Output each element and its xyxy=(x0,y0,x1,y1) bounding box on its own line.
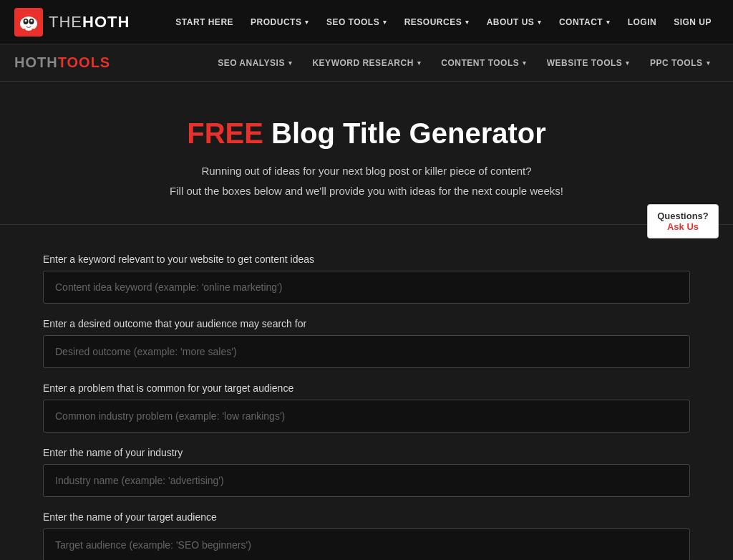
problem-label: Enter a problem that is common for your … xyxy=(43,382,690,394)
sub-nav-item-website-tools[interactable]: WEBSITE TOOLS ▾ xyxy=(538,54,639,72)
sub-nav-links: SEO ANALYSIS ▾ KEYWORD RESEARCH ▾ CONTEN… xyxy=(209,54,719,72)
sub-nav-link-seo-analysis[interactable]: SEO ANALYSIS ▾ xyxy=(209,54,301,72)
sub-nav-link-keyword-research[interactable]: KEYWORD RESEARCH ▾ xyxy=(304,54,429,72)
hero-subtitle-2: Fill out the boxes below and we'll provi… xyxy=(14,183,719,200)
svg-point-1 xyxy=(20,16,37,31)
nav-link-start-here[interactable]: START HERE xyxy=(168,11,241,33)
form-section: Enter a keyword relevant to your website… xyxy=(0,225,733,560)
seo-tools-dropdown-arrow: ▾ xyxy=(383,19,387,26)
svg-point-5 xyxy=(31,19,33,21)
nav-item-about-us[interactable]: ABOUT US ▾ xyxy=(480,11,549,33)
industry-label: Enter the name of your industry xyxy=(43,447,690,458)
sub-nav-link-website-tools[interactable]: WEBSITE TOOLS ▾ xyxy=(538,54,639,72)
hero-section: FREE Blog Title Generator Running out of… xyxy=(0,82,733,225)
audience-input[interactable] xyxy=(43,528,690,560)
questions-widget[interactable]: Questions? Ask Us xyxy=(647,204,719,238)
form-group-problem: Enter a problem that is common for your … xyxy=(43,382,690,433)
nav-link-products[interactable]: PRODUCTS ▾ xyxy=(243,11,316,33)
sub-nav-item-keyword-research[interactable]: KEYWORD RESEARCH ▾ xyxy=(304,54,429,72)
ask-us-text: Ask Us xyxy=(656,221,709,232)
sub-nav-item-seo-analysis[interactable]: SEO ANALYSIS ▾ xyxy=(209,54,301,72)
sub-nav-link-content-tools[interactable]: CONTENT TOOLS ▾ xyxy=(432,54,535,72)
hero-subtitle-1: Running out of ideas for your next blog … xyxy=(14,163,719,180)
problem-input[interactable] xyxy=(43,400,690,433)
nav-item-signup[interactable]: SIGN UP xyxy=(666,11,719,33)
outcome-label: Enter a desired outcome that your audien… xyxy=(43,318,690,329)
ppc-tools-dropdown-arrow: ▾ xyxy=(707,59,711,67)
keyword-input[interactable] xyxy=(43,271,690,304)
nav-link-contact[interactable]: CONTACT ▾ xyxy=(552,11,618,33)
sub-nav-brand[interactable]: HOTHTOOLS xyxy=(14,54,110,71)
audience-label: Enter the name of your target audience xyxy=(43,511,690,523)
content-tools-dropdown-arrow: ▾ xyxy=(523,59,527,67)
form-group-outcome: Enter a desired outcome that your audien… xyxy=(43,318,690,368)
website-tools-dropdown-arrow: ▾ xyxy=(626,59,630,67)
nav-item-products[interactable]: PRODUCTS ▾ xyxy=(243,11,316,33)
title-free: FREE xyxy=(187,117,263,149)
nav-link-about-us[interactable]: ABOUT US ▾ xyxy=(480,11,549,33)
seo-analysis-dropdown-arrow: ▾ xyxy=(288,59,293,67)
outcome-input[interactable] xyxy=(43,335,690,368)
nav-link-signup[interactable]: SIGN UP xyxy=(666,11,719,33)
nav-link-login[interactable]: LOGIN xyxy=(621,11,664,33)
svg-point-6 xyxy=(23,29,26,30)
mascot-icon xyxy=(14,8,43,37)
nav-item-seo-tools[interactable]: SEO TOOLS ▾ xyxy=(319,11,394,33)
top-nav-links: START HERE PRODUCTS ▾ SEO TOOLS ▾ RESOUR… xyxy=(168,11,719,33)
form-group-industry: Enter the name of your industry xyxy=(43,447,690,497)
form-group-audience: Enter the name of your target audience xyxy=(43,511,690,560)
svg-point-4 xyxy=(25,19,27,21)
sub-brand-hoth: HOTH xyxy=(14,54,58,70)
svg-point-7 xyxy=(31,29,34,30)
products-dropdown-arrow: ▾ xyxy=(305,19,309,26)
nav-item-login[interactable]: LOGIN xyxy=(621,11,664,33)
logo-text: THEHOTH xyxy=(49,13,130,32)
sub-navigation: HOTHTOOLS SEO ANALYSIS ▾ KEYWORD RESEARC… xyxy=(0,44,733,82)
nav-item-contact[interactable]: CONTACT ▾ xyxy=(552,11,618,33)
about-us-dropdown-arrow: ▾ xyxy=(538,19,542,26)
industry-input[interactable] xyxy=(43,464,690,497)
sub-brand-tools: TOOLS xyxy=(58,54,111,70)
nav-link-resources[interactable]: RESOURCES ▾ xyxy=(397,11,477,33)
resources-dropdown-arrow: ▾ xyxy=(465,19,470,26)
contact-dropdown-arrow: ▾ xyxy=(606,19,611,26)
sub-nav-item-content-tools[interactable]: CONTENT TOOLS ▾ xyxy=(432,54,535,72)
sub-nav-link-ppc-tools[interactable]: PPC TOOLS ▾ xyxy=(641,54,719,72)
nav-item-resources[interactable]: RESOURCES ▾ xyxy=(397,11,477,33)
page-title: FREE Blog Title Generator xyxy=(14,117,719,150)
top-navigation: THEHOTH START HERE PRODUCTS ▾ SEO TOOLS … xyxy=(0,0,733,44)
nav-item-start-here[interactable]: START HERE xyxy=(168,11,241,33)
keyword-label: Enter a keyword relevant to your website… xyxy=(43,254,690,265)
form-group-keyword: Enter a keyword relevant to your website… xyxy=(43,254,690,304)
sub-nav-item-ppc-tools[interactable]: PPC TOOLS ▾ xyxy=(641,54,719,72)
keyword-research-dropdown-arrow: ▾ xyxy=(417,59,422,67)
nav-link-seo-tools[interactable]: SEO TOOLS ▾ xyxy=(319,11,394,33)
title-rest: Blog Title Generator xyxy=(263,117,546,149)
questions-text: Questions? xyxy=(656,211,709,221)
logo[interactable]: THEHOTH xyxy=(14,8,130,37)
